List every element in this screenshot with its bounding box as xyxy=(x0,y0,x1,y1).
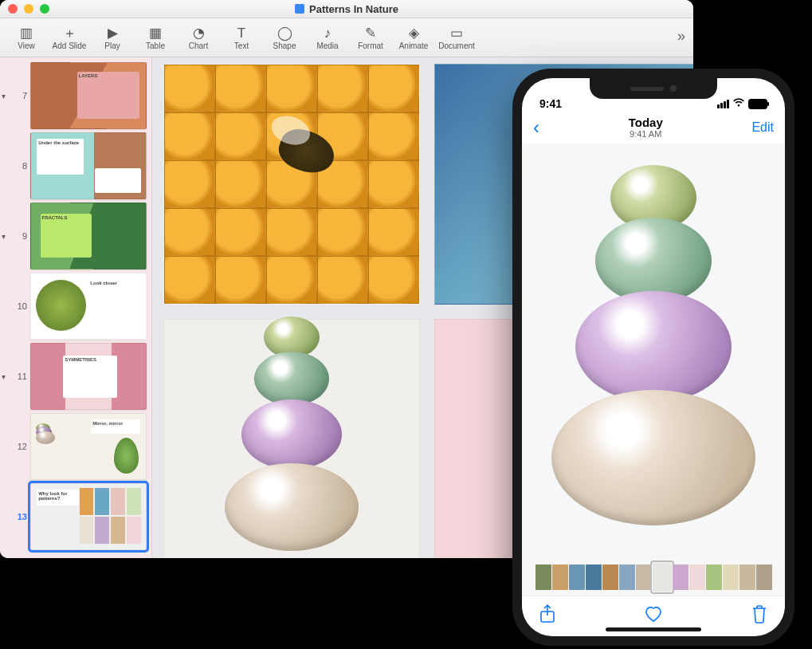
strip-thumbnail[interactable] xyxy=(723,564,739,590)
status-time: 9:41 xyxy=(539,97,562,110)
share-button[interactable] xyxy=(539,604,555,628)
slide-number: 13 xyxy=(13,512,27,521)
back-button[interactable]: ‹ xyxy=(533,116,539,139)
toolbar-add-slide-button[interactable]: ＋Add Slide xyxy=(48,26,91,50)
keynote-doc-icon xyxy=(295,4,304,14)
slide-number: 12 xyxy=(13,442,27,451)
slide-title: SYMMETRIES xyxy=(65,357,115,363)
toolbar-label: Text xyxy=(234,41,249,50)
toolbar-document-button[interactable]: ▭Document xyxy=(435,26,478,50)
strip-thumbnail[interactable] xyxy=(756,564,772,590)
slide-number: 9 xyxy=(13,231,27,241)
slide-thumbnail[interactable]: ▾ 11 SYMMETRIES xyxy=(0,341,151,411)
toolbar-label: Table xyxy=(146,41,165,50)
toolbar-chart-button[interactable]: ◔Chart xyxy=(177,26,220,50)
photo-viewer[interactable] xyxy=(522,144,785,559)
toolbar-play-button[interactable]: ▶Play xyxy=(91,26,134,50)
slide-preview: LAYERS xyxy=(30,62,147,129)
slide-thumbnail[interactable]: ▾ 13 Why look for patterns? xyxy=(0,482,151,552)
toolbar-label: View xyxy=(18,41,35,50)
notch xyxy=(590,78,717,99)
disclosure-triangle-icon[interactable]: ▾ xyxy=(2,372,10,380)
strip-thumbnail[interactable] xyxy=(586,564,602,590)
edit-button[interactable]: Edit xyxy=(751,120,774,135)
slide-image-urchins[interactable] xyxy=(163,319,420,558)
toolbar-label: Animate xyxy=(399,41,429,50)
strip-thumbnail[interactable] xyxy=(535,564,551,590)
home-indicator[interactable] xyxy=(606,627,701,631)
toolbar-format-button[interactable]: ✎Format xyxy=(349,26,392,50)
photo-content xyxy=(551,178,755,525)
strip-thumbnail[interactable] xyxy=(636,564,652,590)
slide-navigator[interactable]: ▾ 7 LAYERS ▾ 8 Under the surface ▾ xyxy=(0,57,152,558)
slide-title: LAYERS xyxy=(79,73,139,79)
media-icon: ♪ xyxy=(316,26,339,41)
zoom-window-button[interactable] xyxy=(40,4,49,14)
slide-preview: SYMMETRIES xyxy=(30,343,147,410)
nav-title-group: Today 9:41 AM xyxy=(629,116,663,140)
slide-preview: FRACTALS xyxy=(30,203,147,269)
toolbar: ▥View ＋Add Slide ▶Play ▦Table ◔Chart TTe… xyxy=(0,18,693,57)
honeycomb-graphic xyxy=(164,65,419,304)
toolbar-shape-button[interactable]: ◯Shape xyxy=(263,26,306,50)
slide-preview: Under the surface xyxy=(30,132,147,199)
slide-preview: Mirror, mirror xyxy=(30,413,147,480)
slide-number: 11 xyxy=(13,372,27,381)
document-title: Patterns In Nature xyxy=(309,3,398,15)
animate-icon: ◈ xyxy=(402,26,425,41)
strip-thumbnail-current[interactable] xyxy=(653,563,672,592)
toolbar-media-button[interactable]: ♪Media xyxy=(306,26,349,50)
plus-icon: ＋ xyxy=(58,26,80,41)
slide-number: 7 xyxy=(13,91,27,100)
battery-icon xyxy=(748,99,767,109)
toolbar-overflow-button[interactable]: » xyxy=(677,28,685,45)
toolbar-label: Document xyxy=(438,41,475,50)
disclosure-triangle-icon[interactable]: ▾ xyxy=(2,92,10,100)
slide-title: Why look for patterns? xyxy=(38,491,77,502)
play-icon: ▶ xyxy=(101,26,124,41)
slide-image-honeycomb[interactable] xyxy=(163,64,420,305)
slide-title: Look closer xyxy=(90,281,138,286)
text-icon: T xyxy=(230,26,253,41)
status-icons xyxy=(717,97,767,110)
disclosure-triangle-icon[interactable]: ▾ xyxy=(2,232,10,240)
strip-thumbnail[interactable] xyxy=(739,564,755,590)
photos-nav-bar: ‹ Today 9:41 AM Edit xyxy=(522,112,785,144)
slide-thumbnail[interactable]: ▾ 10 Look closer xyxy=(0,271,151,341)
toolbar-label: Play xyxy=(104,41,120,50)
slide-thumbnail[interactable]: ▾ 12 Mirror, mirror xyxy=(0,411,151,482)
wifi-icon xyxy=(732,97,745,110)
strip-thumbnail[interactable] xyxy=(602,564,618,590)
chart-icon: ◔ xyxy=(187,26,210,41)
toolbar-table-button[interactable]: ▦Table xyxy=(134,26,177,50)
slide-thumbnail[interactable]: ▾ 9 FRACTALS xyxy=(0,201,151,271)
iphone-device: 9:41 ‹ Today 9:41 AM Edit xyxy=(512,69,794,646)
toolbar-animate-button[interactable]: ◈Animate xyxy=(392,26,435,50)
slide-title: FRACTALS xyxy=(42,215,90,221)
strip-thumbnail[interactable] xyxy=(552,564,568,590)
slide-preview: Look closer xyxy=(30,273,147,340)
slide-title: Under the surface xyxy=(38,140,82,146)
window-title: Patterns In Nature xyxy=(295,3,398,15)
toolbar-view-button[interactable]: ▥View xyxy=(5,26,48,50)
close-window-button[interactable] xyxy=(8,4,18,14)
slide-number: 8 xyxy=(13,161,27,171)
toolbar-label: Shape xyxy=(273,41,296,50)
strip-thumbnail[interactable] xyxy=(689,564,705,590)
strip-thumbnail[interactable] xyxy=(706,564,722,590)
favorite-button[interactable] xyxy=(643,604,664,628)
slide-thumbnail[interactable]: ▾ 8 Under the surface xyxy=(0,131,151,201)
toolbar-label: Add Slide xyxy=(53,41,87,50)
window-controls xyxy=(8,4,49,14)
toolbar-text-button[interactable]: TText xyxy=(220,26,263,50)
slide-preview: Why look for patterns? xyxy=(30,483,147,550)
strip-thumbnail[interactable] xyxy=(673,564,688,590)
toolbar-label: Format xyxy=(358,41,383,50)
trash-button[interactable] xyxy=(751,604,767,628)
minimize-window-button[interactable] xyxy=(24,4,33,14)
slide-thumbnail[interactable]: ▾ 7 LAYERS xyxy=(0,61,151,131)
photo-thumbnail-strip[interactable] xyxy=(522,559,785,596)
strip-thumbnail[interactable] xyxy=(619,564,635,590)
strip-thumbnail[interactable] xyxy=(569,564,585,590)
format-icon: ✎ xyxy=(359,26,382,41)
